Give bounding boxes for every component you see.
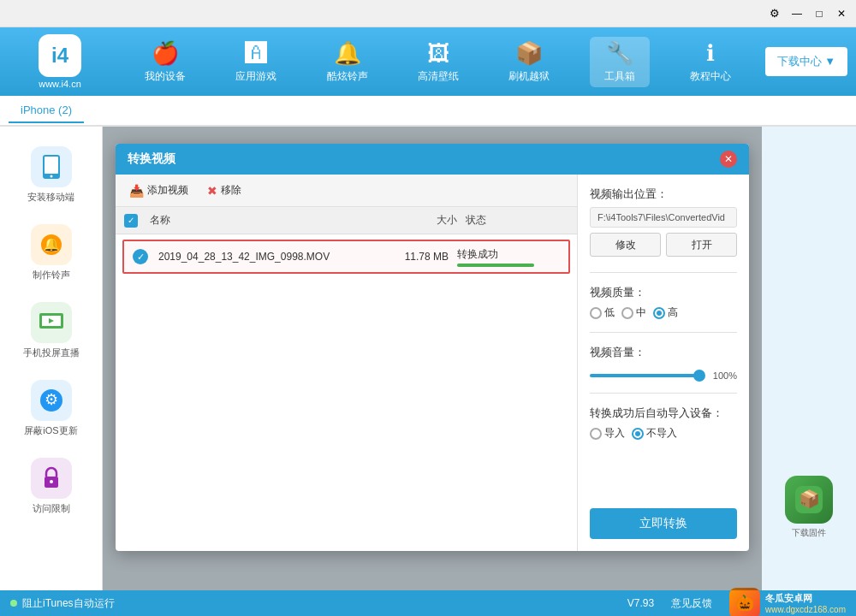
quality-low-radio[interactable] xyxy=(590,307,602,319)
quality-high[interactable]: 高 xyxy=(653,305,678,320)
iphone-tab[interactable]: iPhone (2) xyxy=(9,98,84,123)
row-checkbox[interactable]: ✓ xyxy=(133,249,148,264)
divider-1 xyxy=(590,272,737,273)
table-row[interactable]: ✓ 2019_04_28_13_42_IMG_0998.MOV 11.78 MB… xyxy=(122,240,570,274)
nav-label-jailbreak: 刷机越狱 xyxy=(508,69,550,84)
svg-point-2 xyxy=(50,175,52,178)
sidebar-item-screen-live[interactable]: 手机投屏直播 xyxy=(9,295,94,366)
nav-item-tutorial[interactable]: ℹ 教程中心 xyxy=(681,40,740,84)
sidebar-item-make-ringtone[interactable]: 🔔 制作铃声 xyxy=(9,217,94,288)
row-filename: 2019_04_28_13_42_IMG_0998.MOV xyxy=(158,251,380,263)
svg-text:📦: 📦 xyxy=(799,489,820,509)
right-panel: 📦 下载固件 xyxy=(762,127,856,590)
output-section: 视频输出位置： F:\i4Tools7\Files\ConvertedVid 修… xyxy=(590,187,737,260)
volume-slider-fill xyxy=(590,374,699,377)
volume-label: 视频音量： xyxy=(590,345,737,360)
watermark-domain: www.dgxcdz168.com xyxy=(765,605,846,614)
header-status: 状态 xyxy=(466,213,568,228)
progress-bar xyxy=(457,264,534,267)
wallpaper-icon: 🖼 xyxy=(427,40,449,67)
sidebar-item-access-limit[interactable]: 访问限制 xyxy=(9,451,94,522)
quality-low[interactable]: 低 xyxy=(590,305,615,320)
auto-import-radio-group: 导入 不导入 xyxy=(590,426,737,441)
settings-icon[interactable]: ⚙ xyxy=(765,4,784,23)
content-area: 转换视频 ✕ 📥 添加视频 ✖ xyxy=(103,127,762,590)
quality-high-radio[interactable] xyxy=(653,307,665,319)
import-label: 导入 xyxy=(604,426,625,441)
remove-button[interactable]: ✖ 移除 xyxy=(202,181,247,200)
logo-icon: i4 xyxy=(39,34,81,77)
status-version: V7.93 xyxy=(627,597,654,609)
watermark-text-block: 冬瓜安卓网 www.dgxcdz168.com xyxy=(765,592,846,614)
quality-mid-label: 中 xyxy=(636,305,646,320)
svg-point-11 xyxy=(50,480,53,483)
nav-label-ringtone: 酷炫铃声 xyxy=(327,69,368,84)
row-check: ✓ xyxy=(133,249,158,264)
nav-item-jailbreak[interactable]: 📦 刷机越狱 xyxy=(499,40,559,84)
convert-video-modal: 转换视频 ✕ 📥 添加视频 ✖ xyxy=(116,144,749,551)
svg-text:🔔: 🔔 xyxy=(43,236,60,252)
modify-button[interactable]: 修改 xyxy=(590,233,661,257)
nav-label-wallpaper: 高清壁纸 xyxy=(418,69,459,84)
no-import-dot xyxy=(635,431,640,436)
nav-item-wallpaper[interactable]: 🖼 高清壁纸 xyxy=(408,40,468,84)
table-header: ✓ 名称 大小 状态 xyxy=(116,207,577,234)
open-button[interactable]: 打开 xyxy=(666,233,737,257)
quality-mid[interactable]: 中 xyxy=(621,305,646,320)
minimize-button[interactable]: — xyxy=(786,4,808,23)
header-check: ✓ xyxy=(124,214,150,228)
my-device-icon: 🍎 xyxy=(152,40,179,67)
output-label: 视频输出位置： xyxy=(590,187,737,202)
download-firmware-icon: 📦 xyxy=(785,476,833,524)
row-status-text: 转换成功 xyxy=(457,247,560,262)
file-table: ✓ 名称 大小 状态 ✓ 2019_04_2 xyxy=(116,207,577,551)
access-limit-icon xyxy=(31,458,72,499)
nav-label-app-game: 应用游戏 xyxy=(235,69,276,84)
header-checkbox[interactable]: ✓ xyxy=(124,214,138,228)
status-left: 阻止iTunes自动运行 xyxy=(10,596,115,611)
volume-value: 100% xyxy=(706,370,737,381)
download-center-button[interactable]: 下载中心 ▼ xyxy=(765,47,847,76)
main-area: 安装移动端 🔔 制作铃声 手机投屏直播 ⚙ 屏蔽iOS更新 访问限制 xyxy=(0,127,856,590)
sidebar-label-install-mobile: 安装移动端 xyxy=(27,191,74,204)
ringtone-icon: 🔔 xyxy=(334,40,361,67)
nav-item-app-game[interactable]: 🅰 应用游戏 xyxy=(226,40,286,84)
progress-fill xyxy=(457,264,534,267)
add-video-button[interactable]: 📥 添加视频 xyxy=(124,181,193,200)
svg-text:⚙: ⚙ xyxy=(45,391,58,408)
close-button[interactable]: ✕ xyxy=(830,4,853,23)
no-import-radio[interactable] xyxy=(632,428,644,440)
modal-body: 📥 添加视频 ✖ 移除 ✓ xyxy=(116,175,749,551)
auto-import-section: 转换成功后自动导入设备： 导入 不导入 xyxy=(590,406,737,441)
modal-header: 转换视频 ✕ xyxy=(116,144,749,175)
toolbox-icon: 🔧 xyxy=(606,40,633,67)
auto-import-label: 转换成功后自动导入设备： xyxy=(590,406,737,421)
nav-item-my-device[interactable]: 🍎 我的设备 xyxy=(135,40,195,84)
nav-item-toolbox[interactable]: 🔧 工具箱 xyxy=(590,37,650,87)
modal-title: 转换视频 xyxy=(128,151,175,167)
quality-mid-radio[interactable] xyxy=(621,307,633,319)
make-ringtone-icon: 🔔 xyxy=(31,224,72,265)
status-feedback[interactable]: 意见反馈 xyxy=(671,596,712,611)
divider-3 xyxy=(590,393,737,394)
nav-item-ringtone[interactable]: 🔔 酷炫铃声 xyxy=(318,40,377,84)
volume-slider-row: 100% xyxy=(590,370,737,381)
svg-rect-1 xyxy=(45,157,58,174)
maximize-button[interactable]: □ xyxy=(808,4,830,23)
import-option[interactable]: 导入 xyxy=(590,426,625,441)
convert-button[interactable]: 立即转换 xyxy=(590,508,737,539)
import-radio[interactable] xyxy=(590,428,602,440)
block-update-icon: ⚙ xyxy=(31,380,72,421)
sidebar-item-install-mobile[interactable]: 安装移动端 xyxy=(9,139,94,210)
nav-label-my-device: 我的设备 xyxy=(145,69,186,84)
modal-close-button[interactable]: ✕ xyxy=(720,151,737,168)
no-import-option[interactable]: 不导入 xyxy=(632,426,677,441)
quality-high-dot xyxy=(657,311,662,316)
remove-label: 移除 xyxy=(221,183,241,198)
add-video-label: 添加视频 xyxy=(147,183,188,198)
volume-slider-track[interactable] xyxy=(590,374,699,377)
modal-overlay: 转换视频 ✕ 📥 添加视频 ✖ xyxy=(103,127,762,590)
sidebar-item-block-update[interactable]: ⚙ 屏蔽iOS更新 xyxy=(9,373,94,444)
volume-slider-thumb[interactable] xyxy=(693,370,705,382)
title-bar: ⚙ — □ ✕ xyxy=(0,0,856,27)
